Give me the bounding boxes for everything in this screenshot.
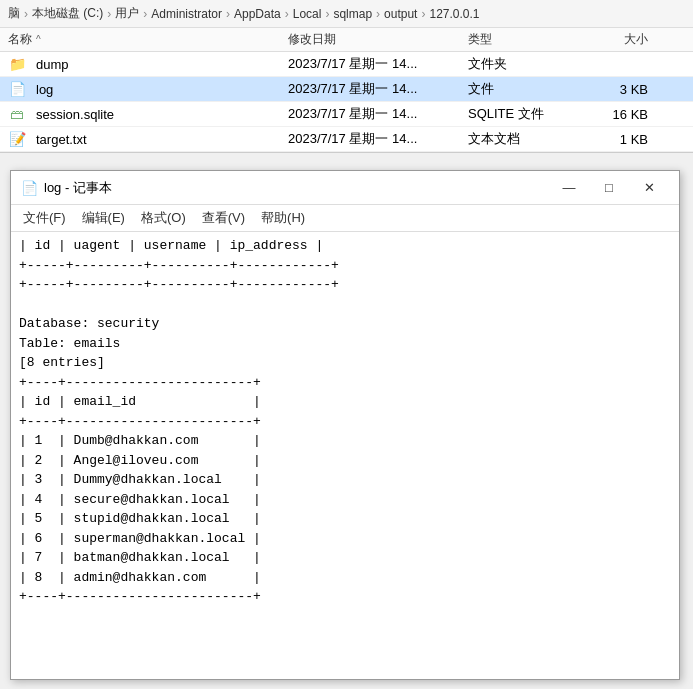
notepad-title-icon: 📄 [21, 180, 38, 196]
file-name: log [36, 82, 53, 97]
notepad-title-text: log - 记事本 [44, 179, 112, 197]
folder-icon: 📁 [8, 55, 26, 73]
file-name: target.txt [36, 132, 87, 147]
minimize-button[interactable]: — [549, 174, 589, 202]
breadcrumb-sep: › [325, 7, 329, 21]
file-size: 3 KB [568, 82, 648, 97]
file-date: 2023/7/17 星期一 14... [288, 130, 468, 148]
breadcrumb-item[interactable]: sqlmap [333, 7, 372, 21]
breadcrumb-sep: › [285, 7, 289, 21]
breadcrumb[interactable]: 脑 › 本地磁盘 (C:) › 用户 › Administrator › App… [0, 0, 693, 28]
notepad-window: 📄 log - 记事本 — □ ✕ 文件(F) 编辑(E) 格式(O) 查看(V… [10, 170, 680, 680]
breadcrumb-item[interactable]: AppData [234, 7, 281, 21]
breadcrumb-sep: › [143, 7, 147, 21]
col-header-type[interactable]: 类型 [468, 31, 568, 48]
file-row-target[interactable]: 📝 target.txt 2023/7/17 星期一 14... 文本文档 1 … [0, 127, 693, 152]
breadcrumb-sep: › [226, 7, 230, 21]
file-size: 16 KB [568, 107, 648, 122]
file-list-header: 名称 ^ 修改日期 类型 大小 [0, 28, 693, 52]
breadcrumb-item[interactable]: 127.0.0.1 [429, 7, 479, 21]
notepad-menubar: 文件(F) 编辑(E) 格式(O) 查看(V) 帮助(H) [11, 205, 679, 232]
db-icon: 🗃 [8, 105, 26, 123]
file-date: 2023/7/17 星期一 14... [288, 80, 468, 98]
notepad-titlebar: 📄 log - 记事本 — □ ✕ [11, 171, 679, 205]
breadcrumb-item[interactable]: Local [293, 7, 322, 21]
file-date: 2023/7/17 星期一 14... [288, 105, 468, 123]
menu-file[interactable]: 文件(F) [15, 207, 74, 229]
file-icon: 📄 [8, 80, 26, 98]
breadcrumb-item[interactable]: 本地磁盘 (C:) [32, 5, 103, 22]
col-header-date[interactable]: 修改日期 [288, 31, 468, 48]
breadcrumb-item[interactable]: 用户 [115, 5, 139, 22]
file-type: 文件 [468, 80, 568, 98]
window-controls: — □ ✕ [549, 174, 669, 202]
breadcrumb-item[interactable]: 脑 [8, 5, 20, 22]
breadcrumb-sep: › [421, 7, 425, 21]
close-button[interactable]: ✕ [629, 174, 669, 202]
file-row-sqlite[interactable]: 🗃 session.sqlite 2023/7/17 星期一 14... SQL… [0, 102, 693, 127]
file-explorer: 脑 › 本地磁盘 (C:) › 用户 › Administrator › App… [0, 0, 693, 153]
txt-icon: 📝 [8, 130, 26, 148]
breadcrumb-sep: › [24, 7, 28, 21]
file-name: session.sqlite [36, 107, 114, 122]
menu-help[interactable]: 帮助(H) [253, 207, 313, 229]
file-type: SQLITE 文件 [468, 105, 568, 123]
file-row-log[interactable]: 📄 log 2023/7/17 星期一 14... 文件 3 KB [0, 77, 693, 102]
sort-arrow-icon: ^ [36, 34, 41, 45]
menu-view[interactable]: 查看(V) [194, 207, 253, 229]
file-row-dump[interactable]: 📁 dump 2023/7/17 星期一 14... 文件夹 [0, 52, 693, 77]
col-header-size[interactable]: 大小 [568, 31, 648, 48]
file-type: 文件夹 [468, 55, 568, 73]
col-header-name[interactable]: 名称 ^ [8, 31, 288, 48]
file-type: 文本文档 [468, 130, 568, 148]
notepad-title: 📄 log - 记事本 [21, 179, 112, 197]
breadcrumb-sep: › [376, 7, 380, 21]
file-size: 1 KB [568, 132, 648, 147]
file-date: 2023/7/17 星期一 14... [288, 55, 468, 73]
file-name: dump [36, 57, 69, 72]
notepad-content[interactable]: | id | uagent | username | ip_address | … [11, 232, 679, 679]
breadcrumb-item[interactable]: output [384, 7, 417, 21]
breadcrumb-sep: › [107, 7, 111, 21]
menu-edit[interactable]: 编辑(E) [74, 207, 133, 229]
breadcrumb-item[interactable]: Administrator [151, 7, 222, 21]
maximize-button[interactable]: □ [589, 174, 629, 202]
menu-format[interactable]: 格式(O) [133, 207, 194, 229]
